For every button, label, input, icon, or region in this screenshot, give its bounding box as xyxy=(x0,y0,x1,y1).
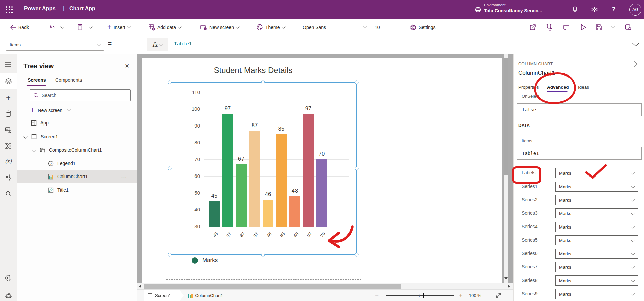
settings-button[interactable]: Settings xyxy=(410,19,436,35)
avatar[interactable]: AG xyxy=(629,4,641,16)
chart-bar[interactable] xyxy=(249,131,260,227)
selection-handle-nw[interactable] xyxy=(168,81,172,84)
tree-search-input[interactable]: Search xyxy=(30,89,131,101)
data-sources-icon[interactable] xyxy=(0,106,17,121)
tree-item-title1[interactable]: Title1 xyxy=(17,184,137,196)
canvas-horizontal-scrollbar[interactable] xyxy=(137,283,513,290)
hamburger-menu-icon[interactable] xyxy=(0,57,17,72)
tree-item-compositecolumnchart1[interactable]: CompositeColumnChart1 xyxy=(17,144,137,156)
breadcrumb-columnchart1[interactable]: ColumnChart1 xyxy=(188,290,223,301)
header-settings-gear-icon[interactable] xyxy=(590,5,599,14)
chart-bar[interactable] xyxy=(263,200,273,227)
chart-bar[interactable] xyxy=(303,114,314,227)
vertical-scroll-thumb[interactable] xyxy=(504,58,508,175)
chart-bar[interactable] xyxy=(289,196,300,227)
font-size-input[interactable]: 10 xyxy=(372,22,400,32)
waffle-menu-icon[interactable] xyxy=(5,6,13,14)
series-dropdown-series4[interactable]: Marks xyxy=(555,222,638,232)
scroll-down-arrow-icon[interactable] xyxy=(504,277,508,280)
series-dropdown-series6[interactable]: Marks xyxy=(555,249,638,259)
tree-item-app[interactable]: App xyxy=(17,116,137,129)
property-selector[interactable]: Items xyxy=(6,39,104,51)
publish-icon[interactable] xyxy=(625,19,632,35)
onselect-value-input[interactable]: false xyxy=(517,103,642,116)
zoom-in-button[interactable]: + xyxy=(459,292,463,299)
font-family-select[interactable]: Open Sans xyxy=(300,22,369,32)
tree-item-legend1[interactable]: ? Legend1 xyxy=(17,157,137,170)
scroll-left-arrow-icon[interactable] xyxy=(139,285,141,288)
environment-switcher[interactable]: Environment Tata Consultancy Servic... xyxy=(484,3,542,14)
horizontal-scroll-thumb[interactable] xyxy=(144,284,401,289)
media-icon[interactable] xyxy=(0,122,17,138)
series-dropdown-series3[interactable]: Marks xyxy=(555,208,638,218)
tab-screens[interactable]: Screens xyxy=(28,77,46,83)
rail-settings-gear-icon[interactable] xyxy=(0,270,17,286)
chart-bar[interactable] xyxy=(222,114,233,227)
save-icon[interactable] xyxy=(596,19,602,35)
zoom-slider-handle[interactable] xyxy=(423,293,424,298)
save-options-chevron[interactable] xyxy=(612,19,614,35)
toolbar-overflow-button[interactable]: … xyxy=(449,19,455,35)
series-dropdown-series7[interactable]: Marks xyxy=(555,262,638,272)
undo-button[interactable] xyxy=(49,19,55,35)
power-automate-icon[interactable] xyxy=(0,138,17,154)
insert-plus-icon[interactable]: + xyxy=(0,90,17,105)
variables-icon[interactable]: (x) xyxy=(0,154,17,169)
scroll-right-arrow-icon[interactable] xyxy=(508,285,510,288)
tab-advanced[interactable]: Advanced xyxy=(547,85,569,90)
search-rail-icon[interactable] xyxy=(0,186,17,201)
close-icon[interactable]: ✕ xyxy=(123,62,131,70)
chart-bar[interactable] xyxy=(276,134,287,227)
series-dropdown-series2[interactable]: Marks xyxy=(555,195,638,205)
tree-item-columnchart1[interactable]: ColumnChart1 ... xyxy=(17,170,137,183)
brand-title[interactable]: Power Apps xyxy=(24,6,56,12)
formula-input[interactable]: Table1 xyxy=(174,41,192,46)
back-button[interactable]: Back xyxy=(10,19,29,35)
selection-handle-e[interactable] xyxy=(355,167,359,170)
canvas-area[interactable]: Student Marks Details 304050607080901001… xyxy=(137,54,513,301)
preview-play-icon[interactable] xyxy=(580,19,586,35)
chart-bar[interactable] xyxy=(316,159,327,227)
formula-bar-expand-chevron[interactable] xyxy=(632,42,639,48)
items-value-input[interactable]: Table1 xyxy=(517,147,642,160)
chart-bar[interactable] xyxy=(236,164,247,227)
tab-components[interactable]: Components xyxy=(55,77,82,83)
selection-handle-ne[interactable] xyxy=(355,81,359,84)
series-dropdown-series1[interactable]: Marks xyxy=(555,182,638,192)
comments-icon[interactable] xyxy=(563,19,570,35)
tree-view-icon[interactable] xyxy=(0,73,17,89)
fit-to-window-icon[interactable] xyxy=(495,292,502,300)
item-more-options[interactable]: ... xyxy=(121,174,127,179)
undo-dropdown-chevron[interactable] xyxy=(61,19,64,35)
series-dropdown-series5[interactable]: Marks xyxy=(555,235,638,245)
series-dropdown-series8[interactable]: Marks xyxy=(555,275,638,286)
selection-handle-s[interactable] xyxy=(261,253,265,257)
panel-collapse-chevron[interactable] xyxy=(634,61,638,69)
series-dropdown-series9[interactable]: Marks xyxy=(555,289,638,299)
tree-new-screen-button[interactable]: + New screen xyxy=(30,105,70,116)
selection-handle-n[interactable] xyxy=(261,81,265,84)
selection-handle-se[interactable] xyxy=(355,253,359,257)
selection-handle-sw[interactable] xyxy=(168,253,172,257)
chevron-down-icon[interactable] xyxy=(32,148,36,152)
column-chart-plot[interactable]: 3040506070809010011045976787468548977045… xyxy=(204,92,349,227)
controls-tools-icon[interactable] xyxy=(0,170,17,185)
help-icon[interactable]: ? xyxy=(609,5,619,14)
notifications-bell-icon[interactable] xyxy=(570,5,580,14)
add-data-button[interactable]: Add data xyxy=(148,19,181,35)
app-checker-icon[interactable] xyxy=(546,19,552,35)
breadcrumb-screen1[interactable]: Screen1 xyxy=(144,290,184,301)
zoom-out-button[interactable]: − xyxy=(375,292,379,299)
chevron-down-icon[interactable] xyxy=(23,135,27,138)
tree-item-screen1[interactable]: Screen1 xyxy=(17,130,137,143)
series-dropdown-labels[interactable]: Marks xyxy=(555,168,638,178)
fx-dropdown[interactable]: fx xyxy=(147,38,168,51)
share-icon[interactable] xyxy=(529,19,536,35)
tab-ideas[interactable]: Ideas xyxy=(578,85,589,90)
tab-properties[interactable]: Properties xyxy=(518,85,539,90)
new-screen-button[interactable]: New screen xyxy=(200,19,239,35)
paste-button[interactable] xyxy=(77,19,83,35)
canvas-vertical-scrollbar[interactable] xyxy=(504,54,508,283)
chart-bar[interactable] xyxy=(209,201,220,227)
insert-button[interactable]: + Insert xyxy=(107,19,130,35)
